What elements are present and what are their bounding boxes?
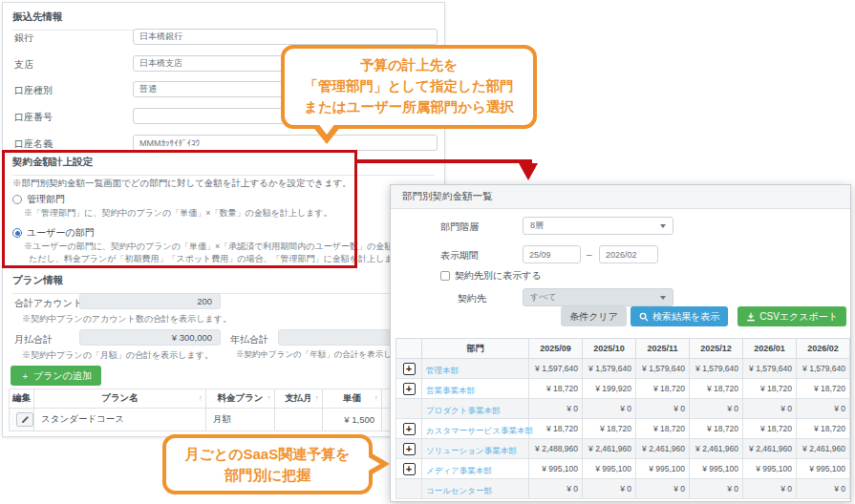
dept-link[interactable]: 管理本部	[426, 366, 459, 375]
plan-col-header[interactable]: プラン名↑	[34, 389, 206, 409]
amount-cell: ¥ 0	[636, 399, 690, 419]
amount-cell: ¥ 18,720	[636, 379, 690, 399]
callout-line: 「管理部門」として指定した部門	[285, 76, 533, 97]
clear-conditions-button[interactable]: 条件クリア	[561, 306, 627, 326]
amount-cell: ¥ 0	[690, 479, 743, 499]
amount-cell: ¥ 1,579,640	[636, 359, 690, 379]
amount-cell: ¥ 0	[743, 479, 797, 499]
month-col-header: 2025/11	[636, 339, 690, 359]
transfer-field-label: 銀行	[14, 32, 33, 45]
monthly-total-field: ¥ 300,000	[79, 329, 221, 346]
dept-level-select[interactable]: 8層	[523, 217, 673, 235]
period-label: 表示期間	[440, 249, 479, 262]
contract-select: すべて	[523, 288, 673, 306]
add-plan-button[interactable]: ＋ プランの追加	[11, 366, 101, 386]
period-to-input[interactable]	[599, 245, 658, 263]
dept-row: プロダクト事業本部¥ 0¥ 0¥ 0¥ 0¥ 0¥ 0	[396, 399, 850, 419]
transfer-section-title: 振込先情報	[12, 10, 435, 31]
callout-line: 月ごとのSaaS関連予算を	[166, 444, 369, 465]
filter-actions: 条件クリア 検索結果を表示 CSVエクスポート	[561, 306, 846, 326]
amount-setting-title: 契約金額計上設定	[12, 156, 435, 176]
dept-panel-title: 部門別契約金額一覧	[391, 185, 850, 209]
amount-cell: ¥ 0	[690, 399, 743, 419]
radio-icon	[12, 195, 22, 204]
amount-cell: ¥ 995,100	[690, 459, 743, 479]
amount-cell: ¥ 1,579,640	[690, 359, 743, 379]
amount-cell: ¥ 18,720	[743, 419, 797, 439]
month-col-header: 2026/02	[797, 339, 850, 359]
period-from-input[interactable]	[523, 245, 581, 263]
plan-col-header[interactable]: 料金プラン↑	[206, 389, 275, 409]
dept-row: +ソリューション事業本部¥ 2,488,960¥ 2,461,960¥ 2,46…	[396, 439, 850, 459]
dept-amount-table: 部門2025/092025/102025/112025/122026/01202…	[395, 338, 850, 499]
dept-amount-panel: 部門別契約金額一覧 部門階層 8層 表示期間 – 契約先別に表示する 契約先 す…	[390, 184, 851, 502]
amount-cell: ¥ 0	[797, 479, 850, 499]
transfer-field-label: 口座名義	[14, 137, 53, 151]
sort-asc-icon: ↑	[199, 393, 203, 403]
amount-cell: ¥ 2,461,960	[743, 439, 797, 459]
expand-row-button[interactable]: +	[403, 463, 416, 475]
yearly-total-label: 年払合計	[230, 333, 268, 346]
amount-cell: ¥ 1,579,640	[743, 359, 797, 379]
plan-table: 編集プラン名↑料金プラン↑支払月↑単価↑スタンダードコース月額¥ 1,500	[9, 388, 441, 431]
amount-cell: ¥ 995,100	[743, 459, 797, 479]
dept-link[interactable]: カスタマーサービス事業本部	[426, 426, 533, 435]
period-separator: –	[587, 249, 592, 260]
amount-cell: ¥ 18,720	[797, 419, 850, 439]
plan-col-header[interactable]: 単価↑	[323, 389, 382, 409]
amount-cell: ¥ 18,720	[690, 379, 743, 399]
checkbox-icon	[440, 271, 450, 281]
transfer-field-input[interactable]	[133, 135, 438, 151]
amount-setting-note: ※部門別契約金額一覧画面でどの部門に対して金額を計上するかを設定できます。	[12, 178, 352, 190]
amount-cell: ¥ 2,461,960	[797, 439, 850, 459]
amount-cell: ¥ 995,100	[797, 459, 850, 479]
amount-cell: ¥ 18,720	[583, 419, 636, 439]
dept-row: +メディア事業本部¥ 995,100¥ 995,100¥ 995,100¥ 99…	[396, 459, 850, 479]
total-accounts-note: ※契約中プランのアカウント数の合計を表示します。	[22, 313, 231, 326]
dept-link[interactable]: メディア事業本部	[426, 466, 492, 475]
dept-level-label: 部門階層	[440, 220, 479, 234]
plan-name-cell: スタンダードコース	[34, 409, 206, 431]
callout-monthly-budget: 月ごとのSaaS関連予算を部門別に把握	[162, 434, 373, 494]
amount-cell: ¥ 18,720	[636, 419, 690, 439]
amount-cell: ¥ 1,597,640	[529, 359, 583, 379]
month-col-header: 2025/12	[690, 339, 743, 359]
amount-cell: ¥ 1,579,640	[797, 359, 850, 379]
radio-option-管理部門[interactable]: 管理部門	[12, 193, 65, 206]
download-icon	[746, 312, 756, 322]
edit-plan-button[interactable]	[16, 412, 33, 427]
transfer-field-label: 支店	[14, 58, 33, 72]
red-arrow-icon	[519, 163, 538, 180]
amount-cell: ¥ 995,100	[583, 459, 636, 479]
plan-col-header[interactable]: 編集	[10, 389, 34, 409]
callout-line: 予算の計上先を	[285, 55, 533, 76]
transfer-field-label: 口座番号	[14, 111, 53, 124]
csv-export-button[interactable]: CSVエクスポート	[737, 306, 846, 326]
dept-row: +営業事業本部¥ 18,720¥ 199,920¥ 18,720¥ 18,720…	[396, 379, 850, 399]
expand-row-button[interactable]: +	[403, 363, 416, 375]
month-col-header: 2025/10	[583, 339, 636, 359]
expand-row-button[interactable]: +	[403, 423, 416, 435]
dept-link[interactable]: プロダクト事業本部	[426, 406, 501, 415]
amount-cell: ¥ 18,720	[743, 379, 797, 399]
search-button[interactable]: 検索結果を表示	[631, 306, 728, 326]
expand-row-button[interactable]: +	[403, 443, 416, 455]
dept-link[interactable]: コールセンター部	[426, 486, 492, 495]
expand-col-header	[396, 339, 422, 359]
monthly-total-label: 月払合計	[14, 333, 53, 346]
expand-row-button[interactable]: +	[403, 383, 416, 395]
by-contract-checkbox[interactable]: 契約先別に表示する	[440, 269, 542, 283]
plan-col-header[interactable]: 支払月↑	[275, 389, 323, 409]
radio-option-note: ただし、料金プランが「初期費用」「スポット費用」の場合、「管理部門」に金額を計上…	[29, 253, 411, 265]
sort-asc-icon: ↑	[267, 393, 272, 403]
amount-cell: ¥ 0	[743, 399, 797, 419]
monthly-total-note: ※契約中プランの「月額」の合計を表示します。	[22, 349, 213, 362]
dept-link[interactable]: ソリューション事業本部	[426, 446, 517, 455]
plan-row: スタンダードコース月額¥ 1,500	[10, 409, 441, 431]
dept-link[interactable]: 営業事業本部	[426, 386, 475, 395]
chevron-down-icon	[660, 224, 666, 228]
transfer-field-input[interactable]	[133, 29, 438, 45]
radio-option-ユーザーの部門[interactable]: ユーザーの部門	[12, 226, 95, 240]
callout-budget-allocation: 予算の計上先を「管理部門」として指定した部門またはユーザー所属部門から選択	[281, 45, 537, 129]
amount-cell: ¥ 18,720	[797, 379, 850, 399]
